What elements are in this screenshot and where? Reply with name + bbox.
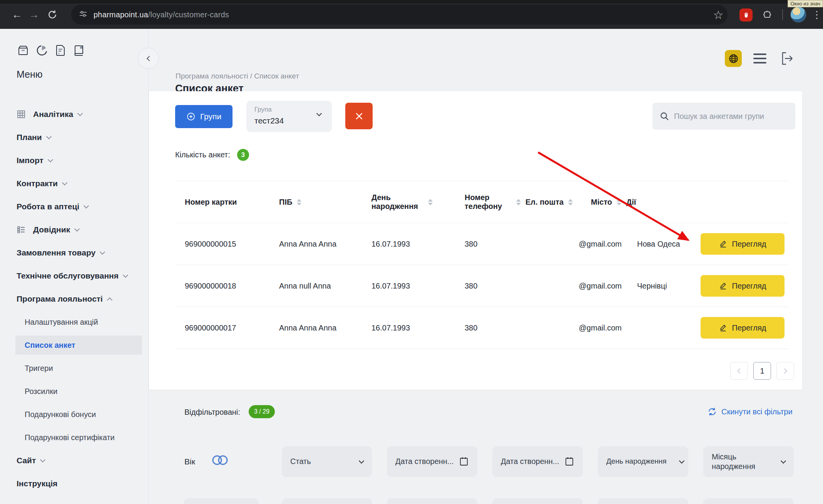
sidebar-menu: Аналітика Плани Імпорт Контракти Робота … xyxy=(0,103,148,495)
url-host: pharmapoint.ua xyxy=(94,10,148,19)
browser-forward-icon[interactable]: → xyxy=(25,5,43,24)
sidebar-item-import[interactable]: Імпорт xyxy=(0,149,148,172)
cell-card-number: 969000000017 xyxy=(175,324,271,332)
filter-created-date-from[interactable]: Дата створенн... xyxy=(387,446,477,477)
sidebar-item-site[interactable]: Сайт xyxy=(0,449,148,472)
sidebar-item-analytics[interactable]: Аналітика xyxy=(0,103,148,126)
sort-icon[interactable] xyxy=(568,199,573,205)
sidebar-item-plans[interactable]: Плани xyxy=(0,126,148,149)
document-icon[interactable] xyxy=(55,44,66,58)
sidebar-item-mailings[interactable]: Розсилки xyxy=(0,380,148,403)
refresh-icon xyxy=(708,407,717,416)
screen: ← → pharmapoint.ua/loyalty/customer-card… xyxy=(0,0,823,504)
sidebar-collapse-button[interactable] xyxy=(138,48,159,69)
calendar-icon xyxy=(460,457,468,467)
extensions-icon[interactable] xyxy=(761,8,774,22)
chevron-down-icon xyxy=(48,157,53,162)
search-input[interactable] xyxy=(674,103,790,130)
cell-birthday: 16.07.1993 xyxy=(364,324,457,332)
chevron-down-icon xyxy=(123,272,128,277)
sidebar-item-gift-bonuses[interactable]: Подарункові бонуси xyxy=(0,403,148,426)
main-content: Програма лояльності / Список анкет Списо… xyxy=(149,29,823,504)
filter-gender-select[interactable]: Стать xyxy=(282,446,372,477)
book-icon[interactable] xyxy=(73,44,85,58)
filter-box-partial[interactable] xyxy=(598,498,688,504)
filter-box-partial[interactable] xyxy=(184,498,259,504)
filter-created-date-to[interactable]: Дата створенн... xyxy=(492,446,583,477)
cell-actions: Перегляд xyxy=(693,317,788,339)
cell-actions: Перегляд xyxy=(693,233,788,255)
cell-name: Anna Anna Anna xyxy=(271,240,364,249)
cell-name: Anna null Anna xyxy=(271,282,364,290)
cell-phone: 380 xyxy=(457,240,529,249)
cell-email: @gmail.com xyxy=(529,324,629,332)
filter-box-partial[interactable] xyxy=(492,498,583,504)
sidebar-item-directory[interactable]: Довідник xyxy=(0,218,148,241)
cell-birthday: 16.07.1993 xyxy=(364,240,457,249)
filter-box-partial[interactable] xyxy=(387,498,477,504)
view-button[interactable]: Перегляд xyxy=(701,233,785,255)
browser-chrome: ← → pharmapoint.ua/loyalty/customer-card… xyxy=(0,0,823,29)
adblock-extension-icon[interactable] xyxy=(739,8,753,22)
groups-button[interactable]: Групи xyxy=(175,105,233,128)
chevron-left-icon xyxy=(147,55,152,61)
sidebar-item-promo-settings[interactable]: Налаштування акцій xyxy=(0,310,148,334)
cell-card-number: 969000000015 xyxy=(175,240,271,249)
cell-card-number: 969000000018 xyxy=(175,282,271,290)
profile-avatar[interactable] xyxy=(790,7,806,23)
filter-box-partial[interactable] xyxy=(282,498,372,504)
sidebar-item-card-list[interactable]: Список анкет xyxy=(0,334,148,357)
filter-birthday-select[interactable]: День народження xyxy=(598,446,688,477)
logout-icon[interactable] xyxy=(778,50,795,67)
archive-box-icon[interactable] xyxy=(17,44,29,58)
group-select[interactable]: Група тест234 xyxy=(246,101,332,132)
pagination: 1 xyxy=(730,362,794,380)
sort-icon[interactable] xyxy=(428,199,433,205)
count-badge: 3 xyxy=(237,149,249,161)
browser-menu-icon[interactable]: ⋮ xyxy=(813,5,821,24)
chevron-down-icon xyxy=(62,180,67,185)
view-button[interactable]: Перегляд xyxy=(701,275,785,297)
language-globe-button[interactable] xyxy=(725,50,742,67)
sort-icon[interactable] xyxy=(297,199,301,205)
grid-icon xyxy=(17,110,26,119)
cell-name: Anna Anna Anna xyxy=(271,324,364,332)
column-header-name[interactable]: ПІБ xyxy=(271,198,364,207)
cell-phone: 380 xyxy=(457,282,529,290)
sidebar-item-loyalty[interactable]: Програма лояльності xyxy=(0,287,148,310)
chevron-down-icon xyxy=(679,458,684,464)
site-settings-icon[interactable] xyxy=(79,10,87,20)
chevron-down-icon xyxy=(46,134,52,139)
reset-filters-link[interactable]: Скинути всі фільтри xyxy=(708,407,793,416)
address-bar[interactable]: pharmapoint.ua/loyalty/customer-cards xyxy=(71,5,728,25)
pagination-next-button[interactable] xyxy=(776,362,794,380)
sidebar-item-maintenance[interactable]: Технічне обслуговування xyxy=(0,264,148,287)
cell-phone: 380 xyxy=(457,324,529,332)
sidebar-item-pharmacy-work[interactable]: Робота в аптеці xyxy=(0,195,148,218)
browser-reload-icon[interactable] xyxy=(43,5,62,24)
sidebar-item-instruction[interactable]: Інструкція xyxy=(0,472,148,495)
clear-group-button[interactable] xyxy=(345,103,373,129)
sidebar-item-triggers[interactable]: Тригери xyxy=(0,357,148,380)
sidebar-item-gift-certificates[interactable]: Подарункові сертифікати xyxy=(0,426,148,449)
bookmark-star-icon[interactable]: ☆ xyxy=(711,5,726,24)
sidebar-item-contracts[interactable]: Контракти xyxy=(0,172,148,195)
chevron-right-icon xyxy=(782,368,787,374)
tab-strip xyxy=(0,0,823,3)
age-filter-label: Вік xyxy=(184,457,195,466)
hamburger-menu-icon[interactable] xyxy=(751,50,768,67)
filter-box-partial[interactable] xyxy=(703,498,794,504)
system-tooltip: Окно из знач xyxy=(788,0,823,7)
table-header-row: Номер картки ПІБ День народження Номер т… xyxy=(175,181,788,223)
view-button[interactable]: Перегляд xyxy=(701,317,785,339)
column-header-birthday[interactable]: День народження xyxy=(364,193,457,211)
pie-chart-icon[interactable] xyxy=(36,44,48,58)
group-select-value: тест234 xyxy=(254,116,284,125)
age-range-slider[interactable] xyxy=(210,453,230,469)
browser-back-icon[interactable]: ← xyxy=(8,5,26,24)
sidebar-item-orders[interactable]: Замовлення товару xyxy=(0,241,148,264)
filter-birth-month-select[interactable]: Місяць народження xyxy=(703,446,794,477)
pagination-prev-button[interactable] xyxy=(730,362,748,380)
pagination-page-1[interactable]: 1 xyxy=(753,362,771,380)
edit-pencil-icon xyxy=(719,282,728,290)
